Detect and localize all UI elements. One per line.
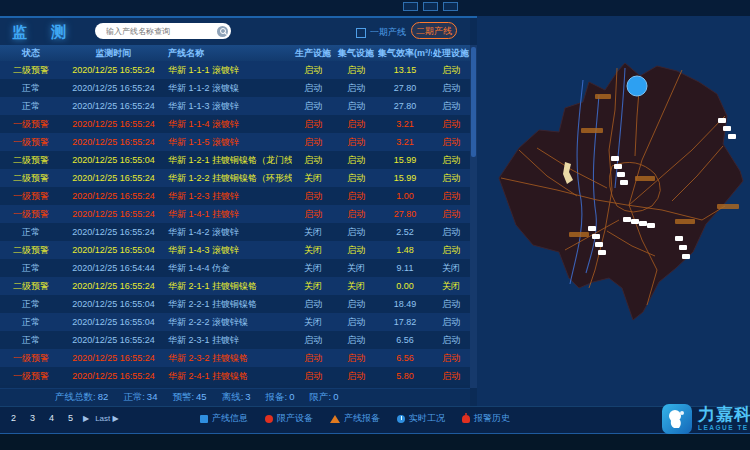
- column-header: 处理设施: [432, 47, 470, 60]
- search-input[interactable]: [104, 26, 217, 37]
- cell-prod: 启动: [292, 208, 334, 221]
- cell-time: 2020/12/25 16:55:04: [62, 155, 165, 165]
- summary-item: 产线总数:82: [55, 391, 108, 404]
- cell-status: 正常: [0, 100, 62, 113]
- cell-prod: 启动: [292, 298, 334, 311]
- cell-prod: 启动: [292, 352, 334, 365]
- table-row[interactable]: 二级预警2020/12/25 16:55:24华新 1-2-2 挂镀铜镍铬（环形…: [0, 169, 470, 187]
- alarm-bell-icon: [462, 415, 470, 423]
- page-button[interactable]: 4: [45, 412, 58, 425]
- info-square-icon: [200, 415, 208, 423]
- cell-eff: 0.00: [378, 281, 432, 291]
- pagination: 12345▶Last ▶: [0, 412, 119, 425]
- cell-gas: 启动: [334, 82, 378, 95]
- brand-logo: 力嘉科技 LEAGUE TE: [662, 404, 750, 434]
- cell-proc: 启动: [432, 100, 470, 113]
- legend-item-report-triangle[interactable]: 产线报备: [330, 412, 380, 425]
- legend-item-info-square[interactable]: 产线信息: [200, 412, 248, 425]
- summary-item: 报备:0: [266, 391, 295, 404]
- table-row[interactable]: 一级预警2020/12/25 16:55:24华新 1-1-5 滚镀锌启动启动3…: [0, 133, 470, 151]
- facility-marker[interactable]: [627, 76, 647, 96]
- logo-text: 力嘉科技 LEAGUE TE: [698, 406, 750, 432]
- cell-time: 2020/12/25 16:55:04: [62, 299, 165, 309]
- summary-item: 预警:45: [172, 391, 206, 404]
- column-header: 生产设施: [292, 47, 334, 60]
- phase1-label: 一期产线: [370, 26, 406, 39]
- cell-gas: 启动: [334, 316, 378, 329]
- cell-gas: 启动: [334, 226, 378, 239]
- cell-status: 正常: [0, 298, 62, 311]
- table-row[interactable]: 一级预警2020/12/25 16:55:24华新 1-1-4 滚镀锌启动启动3…: [0, 115, 470, 133]
- table-row[interactable]: 正常2020/12/25 16:55:24华新 1-1-2 滚镀镍启动启动27.…: [0, 79, 470, 97]
- cell-status: 一级预警: [0, 208, 62, 221]
- table-row[interactable]: 一级预警2020/12/25 16:55:24华新 1-4-1 挂镀锌启动启动2…: [0, 205, 470, 223]
- table-row[interactable]: 一级预警2020/12/25 16:55:24华新 1-2-3 挂镀锌启动启动1…: [0, 187, 470, 205]
- legend-item-alarm-bell[interactable]: 报警历史: [462, 412, 510, 425]
- cell-gas: 启动: [334, 298, 378, 311]
- last-page-button[interactable]: Last ▶: [95, 414, 119, 423]
- cell-time: 2020/12/25 16:55:04: [62, 245, 165, 255]
- table-row[interactable]: 二级预警2020/12/25 16:55:04华新 1-4-3 滚镀锌关闭启动1…: [0, 241, 470, 259]
- cell-proc: 启动: [432, 316, 470, 329]
- cell-eff: 2.52: [378, 227, 432, 237]
- page-button[interactable]: 5: [64, 412, 77, 425]
- cell-proc: 启动: [432, 298, 470, 311]
- table-row[interactable]: 正常2020/12/25 16:55:04华新 2-2-1 挂镀铜镍铬启动启动1…: [0, 295, 470, 313]
- table-row[interactable]: 一级预警2020/12/25 16:55:24华新 2-4-1 挂镀镍铬启动启动…: [0, 367, 470, 385]
- legend-item-realtime-gauge[interactable]: 实时工况: [397, 412, 445, 425]
- table-row[interactable]: 正常2020/12/25 16:55:24华新 1-4-2 滚镀锌关闭启动2.5…: [0, 223, 470, 241]
- page-button[interactable]: 3: [26, 412, 39, 425]
- cell-proc: 启动: [432, 154, 470, 167]
- cell-name: 华新 1-4-1 挂镀锌: [165, 208, 292, 221]
- cell-proc: 启动: [432, 352, 470, 365]
- cell-time: 2020/12/25 16:55:24: [62, 83, 165, 93]
- cell-eff: 18.49: [378, 299, 432, 309]
- column-header: 产线名称: [165, 47, 292, 60]
- bottom-fill: [0, 434, 750, 450]
- table-row[interactable]: 二级预警2020/12/25 16:55:24华新 2-1-1 挂镀铜镍铬关闭关…: [0, 277, 470, 295]
- report-triangle-icon: [330, 415, 340, 423]
- phase2-button[interactable]: 二期产线: [411, 22, 457, 39]
- summary-item: 离线:3: [222, 391, 251, 404]
- cell-eff: 15.99: [378, 155, 432, 165]
- page-button[interactable]: 1: [0, 412, 1, 425]
- next-page-button[interactable]: ▶: [83, 414, 89, 423]
- page-button[interactable]: 2: [7, 412, 20, 425]
- summary-bar: 产线总数:82正常:34预警:45离线:3报备:0限产:0: [0, 388, 470, 406]
- cell-gas: 启动: [334, 64, 378, 77]
- cell-name: 华新 2-3-1 挂镀锌: [165, 334, 292, 347]
- table-row[interactable]: 二级预警2020/12/25 16:55:04华新 1-2-1 挂镀铜镍铬（龙门…: [0, 151, 470, 169]
- cell-gas: 启动: [334, 370, 378, 383]
- phase1-checkbox[interactable]: 一期产线: [356, 26, 406, 39]
- table-row[interactable]: 正常2020/12/25 16:55:24华新 1-1-3 滚镀锌启动启动27.…: [0, 97, 470, 115]
- legend-menu: 产线信息限产设备产线报备实时工况报警历史: [200, 412, 510, 425]
- cell-name: 华新 2-2-2 滚镀锌镍: [165, 316, 292, 329]
- cell-proc: 启动: [432, 370, 470, 383]
- cell-eff: 15.99: [378, 173, 432, 183]
- cell-prod: 启动: [292, 82, 334, 95]
- cell-name: 华新 2-4-1 挂镀镍铬: [165, 370, 292, 383]
- cell-gas: 启动: [334, 190, 378, 203]
- cell-gas: 启动: [334, 208, 378, 221]
- legend-item-stop-circle[interactable]: 限产设备: [265, 412, 313, 425]
- table-row[interactable]: 正常2020/12/25 16:55:04华新 2-2-2 滚镀锌镍关闭启动17…: [0, 313, 470, 331]
- table-row[interactable]: 正常2020/12/25 16:55:24华新 2-3-1 挂镀锌启动启动6.5…: [0, 331, 470, 349]
- logo-icon: [662, 404, 692, 434]
- cell-name: 华新 1-1-3 滚镀锌: [165, 100, 292, 113]
- table-scrollbar[interactable]: [470, 45, 477, 388]
- table-row[interactable]: 一级预警2020/12/25 16:55:24华新 2-3-2 挂镀镍铬启动启动…: [0, 349, 470, 367]
- cell-prod: 启动: [292, 154, 334, 167]
- scrollbar-thumb[interactable]: [471, 47, 476, 157]
- cell-eff: 27.80: [378, 209, 432, 219]
- cell-proc: 启动: [432, 82, 470, 95]
- table-row[interactable]: 二级预警2020/12/25 16:55:24华新 1-1-1 滚镀锌启动启动1…: [0, 61, 470, 79]
- table-row[interactable]: 正常2020/12/25 16:54:44华新 1-4-4 仿金关闭关闭9.11…: [0, 259, 470, 277]
- cell-prod: 关闭: [292, 280, 334, 293]
- legend-label: 产线信息: [212, 412, 248, 425]
- table-body: 二级预警2020/12/25 16:55:24华新 1-1-1 滚镀锌启动启动1…: [0, 61, 470, 385]
- cell-status: 一级预警: [0, 370, 62, 383]
- search-icon[interactable]: [217, 26, 228, 37]
- checkbox-icon: [356, 28, 366, 38]
- cell-prod: 启动: [292, 370, 334, 383]
- cell-name: 华新 1-1-2 滚镀镍: [165, 82, 292, 95]
